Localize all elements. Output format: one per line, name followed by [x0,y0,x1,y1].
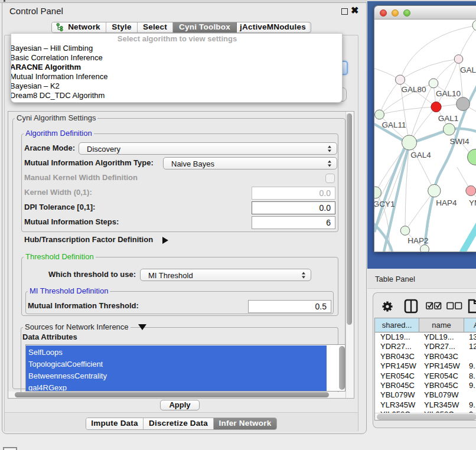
svg-text:GAL7: GAL7 [460,66,476,74]
svg-text:GAL10: GAL10 [436,89,461,98]
svg-text:HAP2: HAP2 [407,236,428,245]
svg-text:GCY1: GCY1 [374,200,395,208]
svg-text:GAL1: GAL1 [438,114,459,123]
svg-text:GAL4: GAL4 [410,151,431,159]
svg-text:HAP4: HAP4 [436,198,457,207]
svg-text:SWI4: SWI4 [449,137,469,146]
svg-text:YM: YM [469,198,476,207]
svg-text:GAL80: GAL80 [401,85,426,94]
svg-text:GAL11: GAL11 [382,120,406,129]
